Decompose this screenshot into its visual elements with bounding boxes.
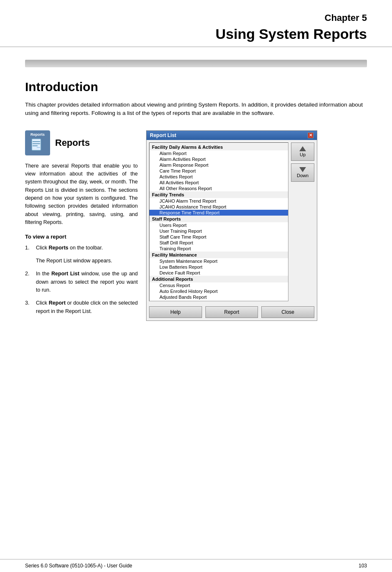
list-item[interactable]: Transfer Report bbox=[149, 300, 288, 301]
svg-rect-4 bbox=[37, 147, 40, 148]
step-1-note: The Report List window appears. bbox=[25, 257, 138, 265]
down-button[interactable]: Down bbox=[291, 163, 314, 182]
list-item[interactable]: Adjusted Bands Report bbox=[149, 294, 288, 300]
dialog-titlebar: Report List ✕ bbox=[147, 131, 317, 140]
list-item[interactable]: Census Report bbox=[149, 282, 288, 288]
list-item[interactable]: JCAHO Alarm Trend Report bbox=[149, 198, 288, 204]
list-item[interactable]: System Maintenance Report bbox=[149, 258, 288, 264]
view-report-heading: To view a report bbox=[25, 234, 138, 240]
intro-paragraph: This chapter provides detailed informati… bbox=[25, 101, 367, 118]
help-button[interactable]: Help bbox=[149, 306, 202, 318]
svg-rect-1 bbox=[33, 141, 40, 142]
list-section-header: Facility Daily Alarms & Activities bbox=[149, 144, 288, 150]
reports-body-text: There are several Reports that enable yo… bbox=[25, 162, 138, 227]
list-item[interactable]: Activities Report bbox=[149, 174, 288, 180]
list-item[interactable]: Alarm Activities Report bbox=[149, 156, 288, 162]
step-2-num: 2. bbox=[25, 270, 33, 278]
list-item[interactable]: Care Time Report bbox=[149, 168, 288, 174]
page: Chapter 5 Using System Reports Introduct… bbox=[0, 0, 392, 572]
dialog-title: Report List bbox=[150, 132, 176, 138]
intro-section: Introduction This chapter provides detai… bbox=[0, 67, 392, 118]
list-item[interactable]: Training Report bbox=[149, 246, 288, 252]
reports-icon-box: Reports bbox=[25, 130, 50, 155]
left-column: Reports Reports There are several Report… bbox=[25, 130, 138, 321]
up-button[interactable]: Up bbox=[291, 142, 314, 161]
report-list[interactable]: Facility Daily Alarms & ActivitiesAlarm … bbox=[149, 142, 288, 301]
steps-list: 1. Click Reports on the toolbar. The Rep… bbox=[25, 244, 138, 316]
close-button[interactable]: Close bbox=[261, 306, 314, 318]
step-3: 3. Click Report or double click on the s… bbox=[25, 299, 138, 315]
page-footer: Series 6.0 Software (0510-1065-A) - User… bbox=[0, 559, 392, 572]
list-section-header: Facility Maintenance bbox=[149, 252, 288, 258]
chapter-header: Chapter 5 Using System Reports bbox=[0, 0, 392, 47]
dialog-body: Facility Daily Alarms & ActivitiesAlarm … bbox=[147, 140, 317, 304]
dialog-footer: Help Report Close bbox=[147, 304, 317, 320]
up-button-label: Up bbox=[300, 152, 306, 157]
list-item[interactable]: All Other Reasons Report bbox=[149, 186, 288, 191]
reports-icon-label: Reports bbox=[30, 132, 45, 137]
step-3-text: Click Report or double click on the sele… bbox=[36, 299, 138, 315]
list-section-header: Facility Trends bbox=[149, 191, 288, 198]
step-2-text: In the Report List window, use the up an… bbox=[36, 270, 138, 294]
svg-rect-0 bbox=[32, 139, 41, 150]
list-item[interactable]: Users Report bbox=[149, 222, 288, 228]
step-1-text: Click Reports on the toolbar. bbox=[36, 244, 103, 252]
step-1: 1. Click Reports on the toolbar. bbox=[25, 244, 138, 252]
list-item[interactable]: Auto Enrolled History Report bbox=[149, 288, 288, 294]
list-item[interactable]: Response Time Trend Report bbox=[149, 210, 288, 216]
list-item[interactable]: Alarm Response Report bbox=[149, 162, 288, 168]
dialog-side-buttons: Up Down bbox=[291, 142, 314, 301]
list-item[interactable]: Alarm Report bbox=[149, 150, 288, 156]
step-1-num: 1. bbox=[25, 244, 33, 252]
reports-heading: Reports bbox=[55, 137, 90, 148]
chapter-label: Chapter 5 bbox=[25, 13, 367, 23]
svg-rect-3 bbox=[33, 145, 38, 146]
right-column: Report List ✕ Facility Daily Alarms & Ac… bbox=[146, 130, 367, 321]
svg-rect-2 bbox=[33, 143, 40, 144]
down-button-label: Down bbox=[297, 173, 309, 178]
intro-heading: Introduction bbox=[25, 80, 367, 94]
reports-icon-row: Reports Reports bbox=[25, 130, 138, 155]
list-item[interactable]: All Activities Report bbox=[149, 180, 288, 186]
dialog-close-button[interactable]: ✕ bbox=[308, 132, 314, 138]
list-item[interactable]: Staff Care Time Report bbox=[149, 234, 288, 240]
up-arrow-icon bbox=[299, 146, 306, 151]
down-arrow-icon bbox=[299, 167, 306, 172]
reports-document-icon bbox=[31, 138, 44, 153]
step-3-num: 3. bbox=[25, 299, 33, 307]
reports-section: Reports Reports There are several Report… bbox=[0, 126, 392, 325]
list-item[interactable]: User Training Report bbox=[149, 228, 288, 234]
chapter-title: Using System Reports bbox=[25, 26, 367, 42]
footer-left: Series 6.0 Software (0510-1065-A) - User… bbox=[25, 563, 132, 569]
footer-right: 103 bbox=[359, 563, 367, 569]
decorative-bar bbox=[25, 60, 367, 67]
list-item[interactable]: Staff Drill Report bbox=[149, 240, 288, 246]
list-item[interactable]: Low Batteries Report bbox=[149, 264, 288, 270]
report-list-dialog[interactable]: Report List ✕ Facility Daily Alarms & Ac… bbox=[146, 130, 317, 321]
report-button[interactable]: Report bbox=[205, 306, 258, 318]
list-item[interactable]: Device Fault Report bbox=[149, 270, 288, 276]
step-2: 2. In the Report List window, use the up… bbox=[25, 270, 138, 294]
list-section-header: Additional Reports bbox=[149, 276, 288, 282]
list-item[interactable]: JCAHO Assistance Trend Report bbox=[149, 204, 288, 210]
step-1-note-text: The Report List window appears. bbox=[36, 257, 112, 265]
list-section-header: Staff Reports bbox=[149, 216, 288, 222]
